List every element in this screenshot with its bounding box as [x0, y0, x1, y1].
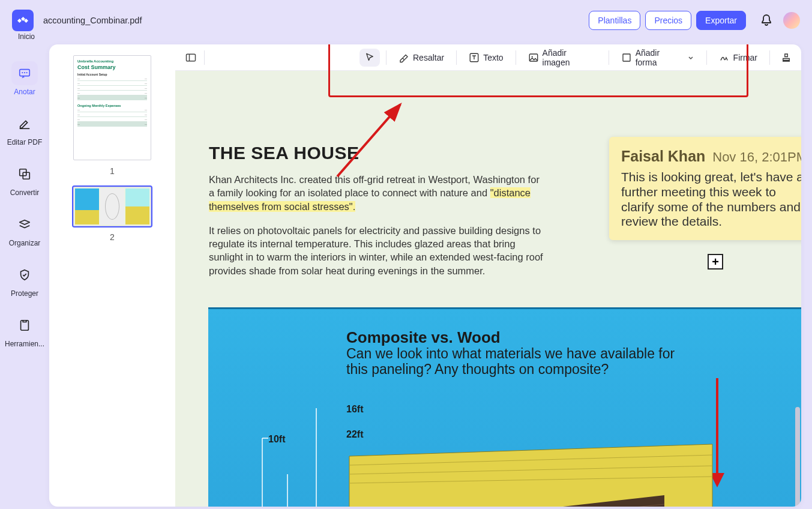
svg-point-6 [26, 72, 28, 73]
tools-icon [18, 319, 31, 332]
highlighter-icon [398, 52, 409, 63]
cursor-icon [364, 52, 375, 63]
sidebar-item-organize[interactable]: Organizar [4, 206, 45, 253]
svg-point-5 [24, 72, 25, 73]
viewer-column: Resaltar Texto Añadir imagen Añadir form… [175, 44, 801, 507]
stamp-icon [781, 52, 792, 63]
building-shape [244, 408, 754, 507]
thumbnail-page-1: Umbrella Accounting Cost Summary Initial… [73, 55, 151, 160]
annotation-toolbar: Resaltar Texto Añadir imagen Añadir form… [175, 44, 801, 71]
doc-paragraph-2: It relies on photovoltaic panels for ele… [209, 224, 545, 277]
thumbnail-panel: Umbrella Accounting Cost Summary Initial… [49, 44, 175, 507]
highlight-label: Resaltar [413, 53, 444, 62]
protect-icon [18, 268, 31, 282]
templates-button[interactable]: Plantillas [589, 11, 640, 30]
svg-rect-13 [529, 54, 537, 61]
export-button[interactable]: Exportar [696, 11, 746, 30]
bell-icon [760, 14, 772, 27]
comment-body: This is looking great, let's have a furt… [621, 170, 801, 229]
main-area: Umbrella Accounting Cost Summary Initial… [49, 44, 801, 507]
highlight-tool[interactable]: Resaltar [392, 49, 450, 67]
thumbnail-1-number: 1 [110, 166, 115, 176]
left-sidebar: Anotar Editar PDF Convertir Organizar Pr… [0, 36, 49, 509]
chevron-down-icon [687, 54, 694, 61]
annotation-body: Can we look into what materials we have … [346, 346, 682, 378]
svg-rect-10 [186, 54, 195, 61]
building-illustration: Composite vs. Wood Can we look into what… [208, 307, 801, 507]
text-icon [469, 52, 480, 63]
sign-icon [719, 52, 730, 63]
add-shape-label: Añadir forma [636, 48, 684, 67]
doc-paragraph-1: Khan Architects Inc. created this off-gr… [209, 173, 545, 213]
sidebar-label-annotate: Anotar [14, 88, 35, 96]
edit-icon [18, 117, 31, 130]
thumbnail-page-2 [73, 187, 151, 226]
svg-point-4 [22, 72, 23, 73]
stamp-tool[interactable] [776, 49, 796, 67]
document-page: THE SEA HOUSE Khan Architects Inc. creat… [175, 71, 801, 507]
svg-rect-15 [623, 54, 630, 61]
select-tool[interactable] [359, 49, 380, 67]
comment-date: Nov 16, 2:01PM [712, 149, 801, 165]
logo-icon [17, 14, 29, 26]
document-viewport[interactable]: THE SEA HOUSE Khan Architects Inc. creat… [175, 71, 801, 507]
convert-icon [18, 167, 31, 181]
sidebar-item-tools[interactable]: Herramien... [4, 307, 45, 354]
thumb1-title: Cost Summary [77, 64, 147, 70]
thumbnail-2-number: 2 [110, 232, 115, 242]
svg-point-14 [531, 56, 532, 57]
comment-note[interactable]: Faisal Khan Nov 16, 2:01PM This is looki… [609, 137, 801, 240]
sidebar-label-tools: Herramien... [5, 340, 44, 348]
text-tool[interactable]: Texto [463, 49, 509, 67]
document-filename: accounting_Combinar.pdf [43, 16, 142, 25]
thumbnail-2[interactable]: 2 [55, 187, 169, 242]
text-label: Texto [483, 53, 503, 62]
image-icon [528, 52, 539, 63]
sign-tool[interactable]: Firmar [713, 49, 763, 67]
annotate-icon [18, 67, 31, 80]
sidebar-label-protect: Proteger [11, 289, 38, 298]
prices-button[interactable]: Precios [645, 11, 691, 30]
sidebar-item-convert[interactable]: Convertir [4, 156, 45, 203]
sidebar-label-edit: Editar PDF [7, 138, 43, 146]
sidebar-item-protect[interactable]: Proteger [4, 257, 45, 304]
logo-area [12, 10, 43, 31]
add-image-tool[interactable]: Añadir imagen [522, 44, 603, 71]
add-comment-button[interactable]: + [708, 254, 723, 270]
sidebar-item-annotate[interactable]: Anotar [4, 55, 45, 102]
svg-rect-0 [17, 19, 22, 23]
thumbnail-1[interactable]: Umbrella Accounting Cost Summary Initial… [55, 55, 169, 176]
organize-icon [18, 218, 31, 231]
thumb1-brand: Umbrella Accounting [77, 59, 147, 63]
add-image-label: Añadir imagen [543, 48, 597, 67]
notifications-button[interactable] [760, 14, 772, 27]
user-avatar[interactable] [783, 12, 800, 29]
sign-label: Firmar [733, 53, 757, 62]
shape-icon [621, 52, 632, 63]
sidebar-item-edit[interactable]: Editar PDF [4, 106, 45, 152]
app-logo[interactable] [12, 10, 34, 31]
sidebar-label-organize: Organizar [9, 239, 41, 247]
annotation-title: Composite vs. Wood [346, 328, 501, 347]
scrollbar-thumb[interactable] [795, 407, 800, 507]
sidebar-label-convert: Convertir [10, 188, 40, 197]
app-header: accounting_Combinar.pdf Plantillas Preci… [0, 0, 812, 36]
panel-toggle-button[interactable] [182, 49, 199, 66]
comment-author: Faisal Khan [621, 148, 705, 165]
add-shape-tool[interactable]: Añadir forma [615, 44, 700, 71]
panel-toggle-icon [185, 52, 197, 64]
